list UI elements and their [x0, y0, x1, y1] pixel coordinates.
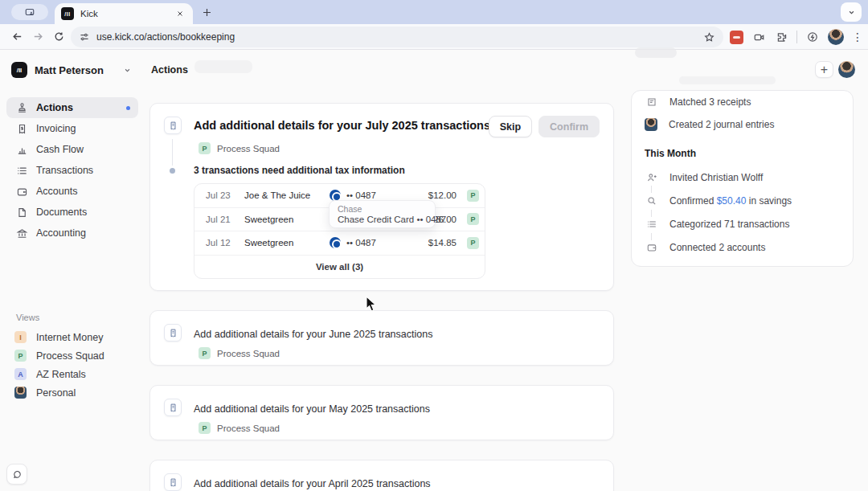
team-badge-letter: P	[199, 347, 211, 359]
activity-panel: Matched 3 receipts Created 2 journal ent…	[631, 90, 854, 267]
receipt-icon	[164, 399, 182, 416]
add-button[interactable]: +	[815, 61, 833, 78]
site-settings-icon[interactable]	[79, 31, 90, 43]
view-item-process-squad[interactable]: P Process Squad	[6, 346, 138, 365]
activity-item: Categorized 71 transactions	[645, 217, 789, 231]
confirm-button[interactable]: Confirm	[538, 116, 600, 137]
view-label: AZ Rentals	[36, 369, 86, 380]
browser-toolbar: use.kick.co/actions/bookkeeping	[0, 24, 868, 50]
sidebar-item-accounts[interactable]: Accounts	[6, 181, 138, 202]
tx-date: Jul 12	[206, 238, 231, 248]
user-avatar	[645, 118, 657, 131]
sidebar-item-invoicing[interactable]: Invoicing	[6, 118, 138, 139]
view-all-link[interactable]: View all (3)	[194, 256, 485, 278]
view-item-internet-money[interactable]: I Internet Money	[6, 328, 138, 346]
bookmark-star-icon[interactable]	[703, 31, 715, 43]
extensions-row: ⋮	[730, 27, 863, 47]
team-badge-letter: P	[199, 142, 211, 154]
browser-menu-icon[interactable]: ⋮	[852, 31, 863, 43]
transactions-table: Jul 23 Joe & The Juice •• 0487 $12.00 P …	[194, 183, 485, 279]
views-section-label: Views	[16, 313, 39, 322]
sidebar-item-label: Documents	[36, 207, 130, 218]
tx-team-chip: P	[467, 213, 479, 225]
team-badge-label: Process Squad	[217, 144, 280, 153]
tab-list-chevron-button[interactable]	[841, 2, 862, 22]
back-button[interactable]	[6, 27, 27, 47]
team-badge: P Process Squad	[199, 422, 280, 434]
page-title: Actions	[151, 64, 188, 76]
help-chat-button[interactable]	[6, 464, 27, 485]
tab-close-icon[interactable]	[174, 7, 186, 20]
extension-circle-icon[interactable]	[805, 30, 820, 44]
activity-text: Categorized 71 transactions	[669, 219, 789, 230]
url-text: use.kick.co/actions/bookkeeping	[96, 31, 703, 43]
sidebar-item-label: Invoicing	[36, 123, 130, 134]
url-bar[interactable]: use.kick.co/actions/bookkeeping	[71, 27, 723, 47]
motion-blur-artifact	[635, 47, 677, 58]
view-badge: I	[14, 331, 27, 343]
receipt-icon	[164, 324, 182, 342]
table-row[interactable]: Jul 12 Sweetgreen •• 0487 $14.85 P	[194, 231, 485, 256]
tx-merchant: Sweetgreen	[244, 215, 293, 224]
stamp-icon	[16, 102, 28, 114]
wallet-icon	[16, 186, 28, 198]
bar-chart-icon	[16, 144, 28, 156]
motion-blur-artifact	[679, 76, 776, 84]
team-badge-label: Process Squad	[217, 423, 280, 433]
activity-item: Confirmed $50.40 in savings	[645, 194, 792, 207]
sidebar-item-cash-flow[interactable]: Cash Flow	[6, 139, 138, 160]
browser-profile-avatar[interactable]	[828, 29, 844, 45]
extensions-puzzle-icon[interactable]	[774, 30, 788, 44]
bank-icon	[16, 227, 28, 239]
team-badge: P Process Squad	[199, 347, 280, 359]
sidebar-item-documents[interactable]: Documents	[6, 202, 138, 223]
workspace-name: Matt Peterson	[35, 64, 123, 76]
tx-account[interactable]: •• 0487	[330, 237, 376, 248]
timeline-connector	[172, 139, 173, 166]
sidebar-item-actions[interactable]: Actions	[6, 97, 138, 118]
view-label: Process Squad	[36, 350, 104, 362]
workspace-switcher[interactable]: /II Matt Peterson	[11, 62, 132, 78]
activity-text: Created 2 journal entries	[669, 119, 774, 130]
screen-share-icon	[24, 6, 35, 18]
kick-logo: /II	[11, 62, 27, 78]
team-badge-letter: P	[199, 422, 211, 434]
receipt-icon	[164, 473, 182, 491]
mouse-cursor	[366, 296, 378, 313]
new-tab-button[interactable]	[199, 5, 214, 19]
card-title: Add additional details for your May 2025…	[194, 403, 430, 415]
user-avatar[interactable]	[838, 61, 855, 78]
tx-date: Jul 23	[206, 190, 231, 200]
tx-team-chip: P	[467, 190, 479, 202]
timeline-connector	[651, 233, 652, 240]
activity-item: Invited Christian Wolff	[645, 170, 763, 184]
action-card-april[interactable]: Add additional details for your April 20…	[149, 460, 614, 491]
timeline-dot	[170, 168, 175, 174]
team-badge: P Process Squad	[199, 142, 280, 154]
sidebar-item-label: Actions	[36, 102, 126, 113]
reload-button[interactable]	[48, 27, 69, 47]
motion-blur-artifact	[194, 60, 252, 73]
chat-bubble-icon	[12, 469, 23, 480]
tooltip-bank-name: Chase	[338, 204, 427, 214]
tab-title: Kick	[80, 9, 174, 18]
extension-red-icon[interactable]	[730, 31, 743, 44]
action-card-may[interactable]: Add additional details for your May 2025…	[149, 385, 614, 440]
toolbar-divider	[796, 31, 797, 43]
view-item-personal[interactable]: Personal	[6, 383, 138, 402]
sidebar-item-transactions[interactable]: Transactions	[6, 160, 138, 181]
timeline-connector	[651, 210, 652, 217]
activity-text: Connected 2 accounts	[669, 242, 765, 253]
skip-button[interactable]: Skip	[489, 116, 532, 137]
activity-text: Invited Christian Wolff	[669, 172, 763, 183]
view-badge: A	[14, 368, 27, 380]
view-item-az-rentals[interactable]: A AZ Rentals	[6, 365, 138, 383]
forward-button[interactable]	[27, 27, 48, 47]
tx-account-number: •• 0487	[346, 238, 376, 248]
tab-search-button[interactable]	[11, 4, 48, 20]
browser-tab-kick[interactable]: /II Kick	[55, 3, 193, 24]
action-card-june[interactable]: Add additional details for your June 202…	[149, 310, 614, 366]
sidebar-item-accounting[interactable]: Accounting	[6, 223, 138, 243]
activity-text: Confirmed $50.40 in savings	[669, 195, 792, 207]
extension-camera-icon[interactable]	[751, 30, 766, 44]
